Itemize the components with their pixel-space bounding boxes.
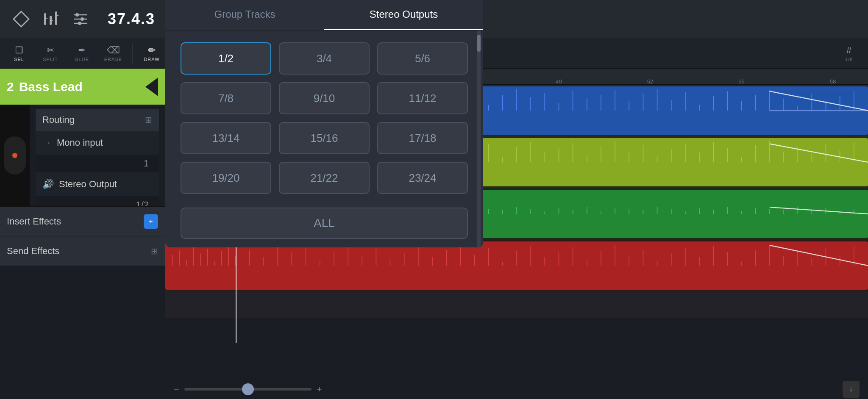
tool-split-label: SPLIT (43, 57, 58, 62)
zoom-slider-thumb[interactable] (242, 383, 254, 395)
toolbar-divider-1 (132, 43, 133, 64)
eq-button[interactable] (68, 6, 93, 32)
insert-effects-row[interactable]: Insert Effects + (0, 206, 165, 236)
output-all-button[interactable]: ALL (181, 208, 468, 239)
popup-tabs: Group Tracks Stereo Outputs (165, 0, 483, 30)
fader-knob[interactable] (0, 105, 30, 206)
routing-icon: ⊞ (145, 115, 152, 125)
zoom-slider[interactable] (184, 388, 312, 391)
tab-group-tracks-label: Group Tracks (214, 8, 275, 20)
track-name: Bass Lead (19, 80, 140, 94)
tab-group-tracks[interactable]: Group Tracks (165, 0, 324, 30)
left-panel: 2 Bass Lead Routing ⊞ → (0, 69, 165, 399)
tool-draw[interactable]: ✏ DRAW (137, 40, 167, 67)
routing-header[interactable]: Routing ⊞ (36, 109, 159, 131)
svg-point-11 (81, 17, 84, 21)
tool-erase-label: ERASE (104, 57, 122, 62)
svg-line-208 (770, 207, 868, 214)
svg-marker-0 (14, 11, 29, 27)
tool-glue-label: GLUE (75, 57, 89, 62)
svg-rect-1 (44, 13, 46, 25)
stereo-output-label: Stereo Output (59, 179, 117, 190)
track-lane-red[interactable] (165, 240, 868, 291)
time-display: 37.4.3 (97, 10, 165, 28)
svg-line-153 (770, 144, 868, 162)
output-btn-34[interactable]: 3/4 (279, 42, 370, 75)
output-btn-1718[interactable]: 17/18 (377, 122, 468, 154)
tool-sel-label: SEL (14, 57, 24, 62)
tool-split[interactable]: ✂ SPLIT (36, 40, 65, 67)
output-btn-1920[interactable]: 19/20 (181, 162, 271, 194)
svg-rect-3 (55, 11, 57, 25)
output-btn-1314[interactable]: 13/14 (181, 122, 271, 154)
ruler-mark-52: 52 (647, 78, 653, 85)
tool-sel[interactable]: ☐ SEL (4, 40, 34, 67)
fader-controls: Routing ⊞ → Mono input 1 🔊 Stereo Output (30, 105, 165, 206)
snap-grid[interactable]: # 1/8 (834, 40, 864, 67)
stereo-output-icon: 🔊 (42, 179, 54, 190)
mixer-button[interactable] (38, 6, 64, 32)
output-btn-2324[interactable]: 23/24 (377, 162, 468, 194)
channel-number: 1 (144, 158, 149, 169)
track-header[interactable]: 2 Bass Lead (0, 69, 165, 105)
output-btn-56[interactable]: 5/6 (377, 42, 468, 75)
svg-point-12 (78, 22, 81, 25)
track-number: 2 (7, 80, 14, 94)
svg-line-263 (770, 245, 868, 266)
routing-label: Routing (42, 114, 141, 125)
scroll-down-icon: ↓ (849, 385, 853, 393)
insert-effects-icon[interactable]: + (144, 214, 158, 229)
fader-dot (12, 153, 17, 158)
output-btn-78[interactable]: 7/8 (181, 82, 271, 114)
snap-value: 1/8 (845, 57, 853, 62)
tab-stereo-outputs[interactable]: Stereo Outputs (324, 0, 483, 30)
tool-glue[interactable]: ✒ GLUE (67, 40, 97, 67)
tool-draw-label: DRAW (144, 57, 159, 62)
track-lane-gray[interactable] (165, 291, 868, 318)
routing-section: Routing ⊞ → Mono input 1 🔊 Stereo Output (36, 109, 159, 214)
mono-input-icon: → (42, 137, 52, 148)
ruler-mark-49: 49 (556, 78, 562, 85)
tool-erase[interactable]: ⌫ ERASE (98, 40, 128, 67)
send-effects-icon: ⊞ (151, 246, 158, 256)
fader-area: Routing ⊞ → Mono input 1 🔊 Stereo Output (0, 105, 165, 206)
logo-button[interactable] (8, 6, 34, 32)
main-area: 2 Bass Lead Routing ⊞ → (0, 69, 868, 399)
popup-scrollbar-thumb[interactable] (477, 35, 481, 52)
send-effects-label: Send Effects (7, 246, 146, 257)
output-btn-910[interactable]: 9/10 (279, 82, 370, 114)
send-effects-row[interactable]: Send Effects ⊞ (0, 236, 165, 266)
track-collapse-arrow[interactable] (145, 78, 158, 96)
output-all-label: ALL (314, 216, 335, 230)
zoom-minus-button[interactable]: − (174, 384, 179, 395)
mono-input-label: Mono input (57, 137, 103, 148)
waveform-clip-red (165, 241, 868, 290)
ruler-mark-58: 58 (830, 78, 836, 85)
stereo-output-row[interactable]: 🔊 Stereo Output (36, 172, 159, 196)
insert-effects-label: Insert Effects (7, 216, 139, 227)
scroll-down-button[interactable]: ↓ (843, 381, 860, 398)
stereo-outputs-popup: Group Tracks Stereo Outputs 1/2 3/4 5/6 … (165, 0, 483, 247)
zoom-plus-button[interactable]: + (317, 384, 322, 395)
popup-scrollbar[interactable] (477, 30, 481, 247)
mono-input-row[interactable]: → Mono input (36, 131, 159, 155)
tab-stereo-outputs-label: Stereo Outputs (370, 8, 438, 20)
output-btn-2122[interactable]: 21/22 (279, 162, 370, 194)
svg-line-98 (770, 91, 868, 111)
output-btn-12[interactable]: 1/2 (181, 42, 271, 75)
output-btn-1112[interactable]: 11/12 (377, 82, 468, 114)
channel-number-row: 1 (36, 155, 159, 172)
bottom-bar: − + ↓ (165, 379, 868, 399)
fader-oval (4, 136, 26, 175)
svg-point-10 (75, 13, 79, 17)
output-btn-1516[interactable]: 15/16 (279, 122, 370, 154)
output-buttons-grid: 1/2 3/4 5/6 7/8 9/10 11/12 13/14 15/16 (165, 30, 483, 206)
ruler-mark-55: 55 (738, 78, 744, 85)
